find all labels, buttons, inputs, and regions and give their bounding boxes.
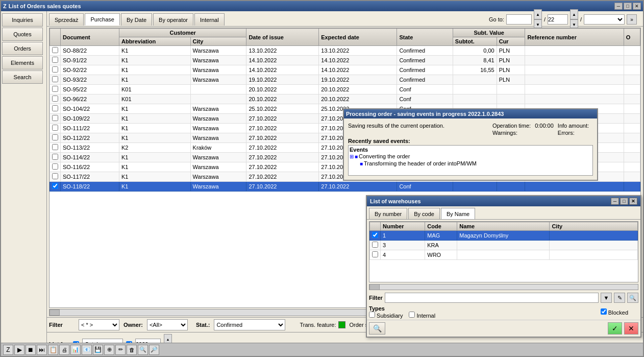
wh-subsidiary-checkbox[interactable] [369,312,375,318]
row-checkbox[interactable] [52,134,58,140]
tab-internal[interactable]: Internal [194,13,225,26]
row-checkbox[interactable] [52,173,58,179]
filter-select[interactable]: < * > [79,319,119,330]
wh-blocked-checkbox[interactable] [601,308,607,315]
col-state-header[interactable]: State [397,29,453,46]
wh-scrollbar-h[interactable] [369,284,638,290]
taskbar-btn-2[interactable]: ▶ [14,345,24,355]
nav-forward-button[interactable]: » [627,14,637,25]
row-cur: PLN [497,46,525,56]
taskbar-btn-1[interactable]: Z [3,345,13,355]
taskbar-btn-5[interactable]: 📋 [48,345,58,355]
wh-internal-checkbox[interactable] [409,312,415,318]
row-checkbox[interactable] [52,57,58,63]
taskbar-btn-12[interactable]: 🗑 [127,345,137,355]
goto-total[interactable] [548,14,568,25]
wh-filter-dropdown-btn[interactable]: ▼ [601,293,612,303]
taskbar-btn-14[interactable]: 🔎 [149,345,159,355]
goto-input[interactable] [506,14,532,25]
row-checkbox[interactable] [52,144,58,150]
scroll-thumb[interactable] [49,310,60,316]
goto-total-spin-up[interactable]: ▲ [570,9,578,19]
stat-select[interactable]: Confirmed [214,319,285,330]
row-checkbox[interactable] [52,86,58,92]
wh-scroll-thumb[interactable] [369,284,380,290]
col-subt-header[interactable]: Subtot. [453,37,497,46]
table-row[interactable]: SO-88/22 K1 Warszawa 13.10.2022 13.10.20… [50,46,640,56]
owner-select[interactable]: <All> [147,319,188,330]
wh-filter-edit-btn[interactable]: ✎ [614,293,625,303]
row-checkbox[interactable] [52,163,58,170]
tab-purchase[interactable]: Purchase [85,13,119,26]
wh-table-row[interactable]: 1 MAG Magazyn Domyślny [370,231,638,241]
wh-col-name[interactable]: Name [457,222,550,231]
wh-row-checkbox[interactable] [372,232,378,238]
sidebar-item-orders[interactable]: Orders [2,42,43,55]
tab-sprzedaz[interactable]: Sprzedaż [49,13,84,26]
table-row[interactable]: SO-118/22 K1 Warszawa 27.10.2022 27.10.2… [50,182,640,192]
taskbar-btn-9[interactable]: 💾 [93,345,103,355]
sidebar-item-inquiries[interactable]: Inquiries [2,13,43,27]
sidebar-item-elements[interactable]: Elements [2,56,43,69]
col-city-header[interactable]: City [190,37,246,46]
row-checkbox[interactable] [52,96,58,102]
row-checkbox[interactable] [52,154,58,160]
taskbar-btn-7[interactable]: 📊 [70,345,81,355]
table-row[interactable]: SO-96/22 K01 20.10.2022 20.10.2022 Conf [50,94,640,104]
col-document-header[interactable]: Document [61,29,119,46]
wh-row-checkbox[interactable] [372,242,378,248]
wh-minimize-btn[interactable]: ─ [611,198,619,205]
taskbar-btn-6[interactable]: 🖨 [59,345,69,355]
row-checkbox[interactable] [52,66,58,73]
taskbar-btn-8[interactable]: 📧 [82,345,92,355]
table-row[interactable]: SO-91/22 K1 Warszawa 14.10.2022 14.10.20… [50,56,640,65]
sidebar-item-search[interactable]: Search [2,70,43,84]
wh-filter-input[interactable] [385,293,599,303]
col-refnum-header[interactable]: Reference number [525,29,624,46]
taskbar-btn-11[interactable]: ✏ [115,345,126,355]
wh-row-name: Magazyn Domyślny [457,231,550,241]
table-row[interactable]: SO-93/22 K1 Warszawa 19.10.2022 19.10.20… [50,75,640,85]
wh-col-number[interactable]: Number [381,222,425,231]
wh-filter-search-btn[interactable]: 🔍 [627,293,638,303]
tab-byoperator[interactable]: By operator [153,13,193,26]
taskbar-btn-4[interactable]: ⏭ [37,345,47,355]
row-checkbox[interactable] [52,76,58,82]
table-row[interactable]: SO-95/22 K01 20.10.2022 20.10.2022 Conf [50,85,640,94]
maximize-button[interactable]: □ [624,3,632,10]
col-cur-header[interactable]: Cur [497,37,525,46]
wh-close-btn[interactable]: ✕ [629,198,637,205]
wh-ok-button[interactable]: ✓ [608,322,622,335]
wh-maximize-btn[interactable]: □ [620,198,628,205]
sidebar-item-quotes[interactable]: Quotes [2,28,43,41]
table-row[interactable]: SO-92/22 K1 Warszawa 14.10.2022 14.10.20… [50,65,640,75]
wh-tab-byname[interactable]: By Name [441,208,475,219]
wh-tab-bynumber[interactable]: By number [369,208,407,219]
row-checkbox[interactable] [52,115,58,121]
wh-row-checkbox[interactable] [372,251,378,257]
col-expecteddate-header[interactable]: Expected date [319,29,397,46]
wh-col-city[interactable]: City [550,222,638,231]
goto-spin-up[interactable]: ▲ [534,9,542,19]
row-checkbox[interactable] [52,105,58,111]
taskbar-btn-13[interactable]: 🔍 [138,345,148,355]
row-ref [525,46,624,56]
wh-table-row[interactable]: 3 KRA [370,241,638,250]
wh-col-code[interactable]: Code [425,222,457,231]
taskbar-btn-3[interactable]: ⏹ [26,345,36,355]
row-checkbox[interactable] [52,47,58,53]
wh-search-button[interactable]: 🔍 [369,322,385,335]
minimize-button[interactable]: ─ [614,3,623,10]
taskbar-btn-10[interactable]: ⊕ [104,345,114,355]
tab-bydate[interactable]: By Date [121,13,152,26]
col-abbr-header[interactable]: Abbreviation [119,37,190,46]
close-button[interactable]: ✕ [633,3,641,10]
row-checkbox[interactable] [52,183,58,189]
col-o-header[interactable]: O [624,29,640,46]
goto-select[interactable] [584,14,625,25]
row-checkbox[interactable] [52,125,58,131]
col-dateissue-header[interactable]: Date of issue [246,29,319,46]
wh-cancel-button[interactable]: ✕ [624,322,638,335]
wh-table-row[interactable]: 4 WRO [370,250,638,260]
wh-tab-bycode[interactable]: By code [408,208,440,219]
